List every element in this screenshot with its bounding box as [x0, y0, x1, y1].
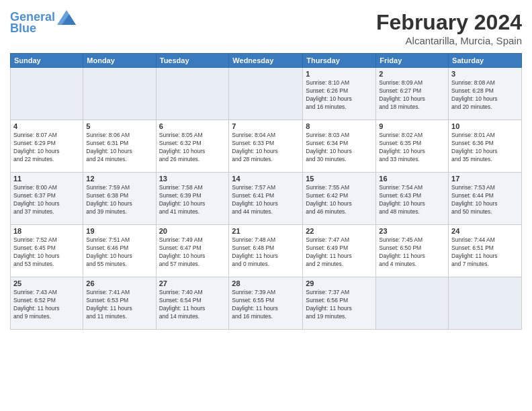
- calendar-cell: 20Sunrise: 7:49 AM Sunset: 6:47 PM Dayli…: [156, 225, 229, 277]
- calendar-cell: 8Sunrise: 8:03 AM Sunset: 6:34 PM Daylig…: [303, 120, 376, 173]
- day-number: 27: [159, 279, 226, 287]
- calendar-week-row: 1Sunrise: 8:10 AM Sunset: 6:26 PM Daylig…: [11, 68, 522, 120]
- day-number: 21: [232, 227, 300, 235]
- logo-icon: [57, 10, 76, 25]
- calendar-table: SundayMondayTuesdayWednesdayThursdayFrid…: [10, 53, 522, 330]
- day-number: 2: [379, 70, 445, 78]
- title-section: February 2024 Alcantarilla, Murcia, Spai…: [376, 10, 522, 46]
- day-info: Sunrise: 7:51 AM Sunset: 6:46 PM Dayligh…: [86, 236, 152, 269]
- day-number: 25: [13, 279, 80, 287]
- day-info: Sunrise: 7:55 AM Sunset: 6:42 PM Dayligh…: [306, 184, 373, 216]
- day-number: 13: [159, 175, 226, 183]
- day-info: Sunrise: 7:37 AM Sunset: 6:56 PM Dayligh…: [306, 289, 373, 321]
- calendar-cell: 26Sunrise: 7:41 AM Sunset: 6:53 PM Dayli…: [83, 277, 156, 330]
- day-info: Sunrise: 8:04 AM Sunset: 6:33 PM Dayligh…: [232, 132, 300, 164]
- calendar-cell: 18Sunrise: 7:52 AM Sunset: 6:45 PM Dayli…: [11, 225, 83, 277]
- day-info: Sunrise: 8:02 AM Sunset: 6:35 PM Dayligh…: [379, 132, 445, 164]
- day-of-week-header: Sunday: [11, 54, 83, 68]
- day-number: 6: [159, 122, 226, 130]
- calendar-cell: 19Sunrise: 7:51 AM Sunset: 6:46 PM Dayli…: [83, 225, 156, 277]
- day-of-week-header: Thursday: [303, 54, 376, 68]
- day-number: 22: [306, 227, 373, 235]
- day-info: Sunrise: 8:08 AM Sunset: 6:28 PM Dayligh…: [451, 79, 519, 111]
- calendar-cell: 15Sunrise: 7:55 AM Sunset: 6:42 PM Dayli…: [303, 173, 376, 225]
- day-number: 8: [306, 122, 373, 130]
- calendar-cell: 2Sunrise: 8:09 AM Sunset: 6:27 PM Daylig…: [376, 68, 449, 120]
- day-number: 23: [379, 227, 445, 235]
- day-info: Sunrise: 7:45 AM Sunset: 6:50 PM Dayligh…: [379, 236, 445, 269]
- day-number: 11: [13, 175, 80, 183]
- calendar-cell: 23Sunrise: 7:45 AM Sunset: 6:50 PM Dayli…: [376, 225, 449, 277]
- day-number: 29: [306, 279, 373, 287]
- day-number: 26: [86, 279, 152, 287]
- calendar-week-row: 4Sunrise: 8:07 AM Sunset: 6:29 PM Daylig…: [11, 120, 522, 173]
- day-info: Sunrise: 8:07 AM Sunset: 6:29 PM Dayligh…: [13, 132, 80, 164]
- day-of-week-header: Tuesday: [156, 54, 229, 68]
- day-number: 15: [306, 175, 373, 183]
- day-info: Sunrise: 7:43 AM Sunset: 6:52 PM Dayligh…: [13, 289, 80, 321]
- day-number: 19: [86, 227, 152, 235]
- day-number: 5: [86, 122, 152, 130]
- calendar-cell: 22Sunrise: 7:47 AM Sunset: 6:49 PM Dayli…: [303, 225, 376, 277]
- calendar-cell: [449, 277, 522, 330]
- day-info: Sunrise: 7:49 AM Sunset: 6:47 PM Dayligh…: [159, 236, 226, 269]
- logo-text-blue: Blue: [10, 22, 36, 36]
- month-title: February 2024: [376, 10, 522, 35]
- calendar-cell: 12Sunrise: 7:59 AM Sunset: 6:38 PM Dayli…: [83, 173, 156, 225]
- day-number: 16: [379, 175, 445, 183]
- calendar-cell: 9Sunrise: 8:02 AM Sunset: 6:35 PM Daylig…: [376, 120, 449, 173]
- day-info: Sunrise: 7:59 AM Sunset: 6:38 PM Dayligh…: [86, 184, 152, 216]
- day-number: 1: [306, 70, 373, 78]
- location: Alcantarilla, Murcia, Spain: [376, 35, 522, 46]
- calendar-cell: 28Sunrise: 7:39 AM Sunset: 6:55 PM Dayli…: [229, 277, 303, 330]
- calendar-cell: 10Sunrise: 8:01 AM Sunset: 6:36 PM Dayli…: [449, 120, 522, 173]
- logo: General Blue: [10, 10, 76, 36]
- day-number: 14: [232, 175, 300, 183]
- day-of-week-header: Wednesday: [229, 54, 303, 68]
- day-info: Sunrise: 8:10 AM Sunset: 6:26 PM Dayligh…: [306, 79, 373, 111]
- day-info: Sunrise: 7:57 AM Sunset: 6:41 PM Dayligh…: [232, 184, 300, 216]
- day-number: 7: [232, 122, 300, 130]
- calendar-cell: 17Sunrise: 7:53 AM Sunset: 6:44 PM Dayli…: [449, 173, 522, 225]
- day-of-week-header: Friday: [376, 54, 449, 68]
- day-info: Sunrise: 7:47 AM Sunset: 6:49 PM Dayligh…: [306, 236, 373, 269]
- day-number: 3: [451, 70, 519, 78]
- calendar-cell: [83, 68, 156, 120]
- day-info: Sunrise: 7:48 AM Sunset: 6:48 PM Dayligh…: [232, 236, 300, 269]
- calendar-cell: 25Sunrise: 7:43 AM Sunset: 6:52 PM Dayli…: [11, 277, 83, 330]
- day-info: Sunrise: 7:41 AM Sunset: 6:53 PM Dayligh…: [86, 289, 152, 321]
- day-number: 24: [451, 227, 519, 235]
- day-info: Sunrise: 8:00 AM Sunset: 6:37 PM Dayligh…: [13, 184, 80, 216]
- calendar-cell: 29Sunrise: 7:37 AM Sunset: 6:56 PM Dayli…: [303, 277, 376, 330]
- calendar-cell: 6Sunrise: 8:05 AM Sunset: 6:32 PM Daylig…: [156, 120, 229, 173]
- calendar-cell: 5Sunrise: 8:06 AM Sunset: 6:31 PM Daylig…: [83, 120, 156, 173]
- calendar-cell: 14Sunrise: 7:57 AM Sunset: 6:41 PM Dayli…: [229, 173, 303, 225]
- day-number: 28: [232, 279, 300, 287]
- day-info: Sunrise: 8:09 AM Sunset: 6:27 PM Dayligh…: [379, 79, 445, 111]
- day-number: 20: [159, 227, 226, 235]
- day-info: Sunrise: 7:40 AM Sunset: 6:54 PM Dayligh…: [159, 289, 226, 321]
- calendar-cell: [376, 277, 449, 330]
- day-info: Sunrise: 7:54 AM Sunset: 6:43 PM Dayligh…: [379, 184, 445, 216]
- calendar-header-row: SundayMondayTuesdayWednesdayThursdayFrid…: [11, 54, 522, 68]
- day-number: 4: [13, 122, 80, 130]
- calendar-cell: [156, 68, 229, 120]
- day-info: Sunrise: 7:44 AM Sunset: 6:51 PM Dayligh…: [451, 236, 519, 269]
- day-number: 10: [451, 122, 519, 130]
- calendar-cell: 4Sunrise: 8:07 AM Sunset: 6:29 PM Daylig…: [11, 120, 83, 173]
- calendar-cell: 3Sunrise: 8:08 AM Sunset: 6:28 PM Daylig…: [449, 68, 522, 120]
- calendar-week-row: 25Sunrise: 7:43 AM Sunset: 6:52 PM Dayli…: [11, 277, 522, 330]
- day-number: 9: [379, 122, 445, 130]
- calendar-cell: 24Sunrise: 7:44 AM Sunset: 6:51 PM Dayli…: [449, 225, 522, 277]
- calendar-cell: 21Sunrise: 7:48 AM Sunset: 6:48 PM Dayli…: [229, 225, 303, 277]
- day-info: Sunrise: 8:06 AM Sunset: 6:31 PM Dayligh…: [86, 132, 152, 164]
- day-info: Sunrise: 7:58 AM Sunset: 6:39 PM Dayligh…: [159, 184, 226, 216]
- day-number: 17: [451, 175, 519, 183]
- day-info: Sunrise: 7:52 AM Sunset: 6:45 PM Dayligh…: [13, 236, 80, 269]
- calendar-week-row: 11Sunrise: 8:00 AM Sunset: 6:37 PM Dayli…: [11, 173, 522, 225]
- day-info: Sunrise: 8:01 AM Sunset: 6:36 PM Dayligh…: [451, 132, 519, 164]
- calendar-week-row: 18Sunrise: 7:52 AM Sunset: 6:45 PM Dayli…: [11, 225, 522, 277]
- calendar-page: General Blue February 2024 Alcantarilla,…: [0, 0, 532, 411]
- calendar-cell: 16Sunrise: 7:54 AM Sunset: 6:43 PM Dayli…: [376, 173, 449, 225]
- calendar-cell: [11, 68, 83, 120]
